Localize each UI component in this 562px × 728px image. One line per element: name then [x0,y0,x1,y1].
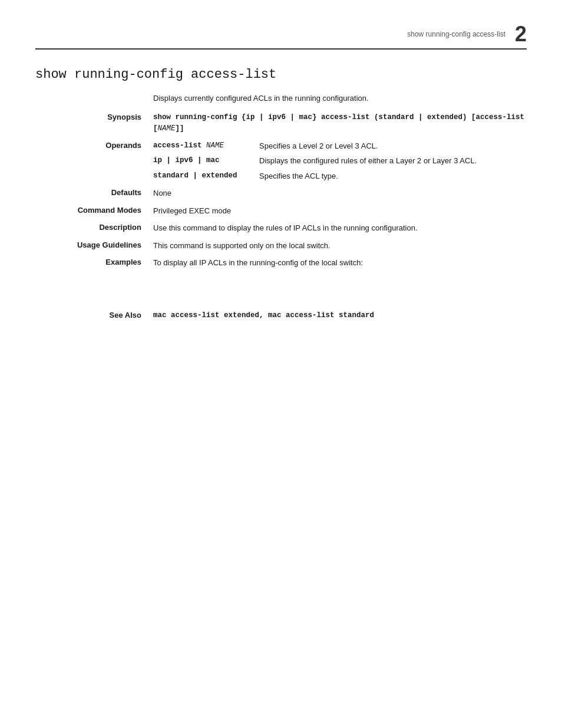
page-container: show running-config access-list 2 show r… [0,0,562,728]
operands-value: access-list NAME Specifies a Level 2 or … [153,140,527,182]
defaults-label: Defaults [35,187,153,199]
defaults-value: None [153,187,527,199]
operands-table: access-list NAME Specifies a Level 2 or … [153,140,527,182]
operand-desc-3: Specifies the ACL type. [259,170,527,182]
operand-row-2: ip | ipv6 | mac Displays the configured … [153,155,527,167]
header-title: show running-config access-list [407,30,505,38]
command-modes-value: Privileged EXEC mode [153,205,527,217]
command-modes-row: Command Modes Privileged EXEC mode [35,205,527,217]
synopsis-value: show running-config {ip | ipv6 | mac} ac… [153,112,527,134]
examples-row: Examples To display all IP ACLs in the r… [35,257,527,269]
operand-desc-2: Displays the configured rules of either … [259,155,527,167]
intro-text: Displays currently configured ACLs in th… [153,94,527,103]
see-also-row: See Also mac access-list extended, mac a… [35,310,527,321]
operands-label: Operands [35,140,153,182]
command-title: show running-config access-list [35,67,527,82]
see-also-value: mac access-list extended, mac access-lis… [153,310,527,321]
synopsis-label: Synopsis [35,112,153,134]
operand-row-1: access-list NAME Specifies a Level 2 or … [153,140,527,152]
usage-guidelines-row: Usage Guidelines This command is support… [35,240,527,252]
usage-guidelines-value: This command is supported only on the lo… [153,240,527,252]
operand-term-3: standard | extended [153,170,247,182]
operands-row: Operands access-list NAME Specifies a Le… [35,140,527,182]
description-value: Use this command to display the rules of… [153,222,527,234]
defaults-row: Defaults None [35,187,527,199]
header-chapter: 2 [515,24,527,45]
see-also-label: See Also [35,310,153,321]
operand-desc-1: Specifies a Level 2 or Level 3 ACL. [259,140,527,152]
examples-value: To display all IP ACLs in the running-co… [153,257,527,269]
header-bar: show running-config access-list 2 [35,24,527,50]
operand-row-3: standard | extended Specifies the ACL ty… [153,170,527,182]
content-section: Synopsis show running-config {ip | ipv6 … [35,112,527,327]
synopsis-row: Synopsis show running-config {ip | ipv6 … [35,112,527,134]
command-modes-label: Command Modes [35,205,153,217]
description-row: Description Use this command to display … [35,222,527,234]
description-label: Description [35,222,153,234]
operand-term-2: ip | ipv6 | mac [153,155,247,167]
operand-term-1: access-list NAME [153,140,247,152]
examples-label: Examples [35,257,153,269]
usage-guidelines-label: Usage Guidelines [35,240,153,252]
